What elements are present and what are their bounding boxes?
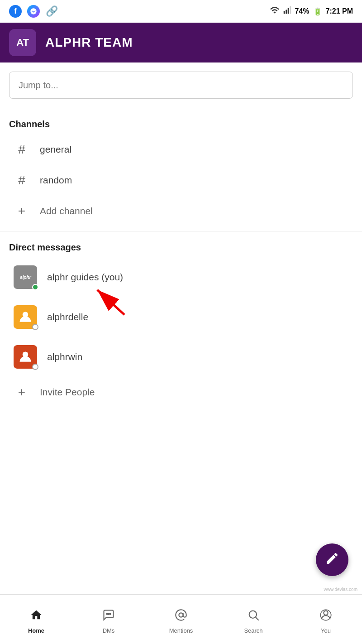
nav-home[interactable]: Home <box>0 605 72 634</box>
dm-name-alphr: alphr guides (you) <box>47 272 123 283</box>
battery-percentage: 74% <box>295 7 310 15</box>
battery-icon: 🔋 <box>313 7 322 16</box>
hash-icon-random: # <box>14 173 30 187</box>
svg-point-8 <box>106 613 107 614</box>
compose-icon <box>325 551 339 569</box>
svg-point-12 <box>249 610 257 618</box>
svg-rect-0 <box>283 11 285 14</box>
plus-icon-channel: + <box>14 204 30 218</box>
team-name: ALPHR TEAM <box>45 35 133 50</box>
nav-search[interactable]: Search <box>217 605 290 634</box>
header: AT ALPHR TEAM <box>0 23 362 62</box>
dm-avatar-alphrwin <box>14 345 37 369</box>
dm-alphrwin[interactable]: alphrwin <box>9 337 353 377</box>
channel-general[interactable]: # general <box>9 134 353 165</box>
dms-icon <box>102 609 115 625</box>
nav-mentions[interactable]: Mentions <box>145 605 217 634</box>
wifi-icon <box>270 6 280 16</box>
jump-to-input[interactable] <box>9 72 353 99</box>
svg-line-13 <box>256 617 258 620</box>
offline-status-dot-alphrwin <box>32 364 38 370</box>
nav-dms[interactable]: DMs <box>72 605 145 634</box>
dm-name-alphrwin: alphrwin <box>47 351 82 362</box>
nav-you-label: You <box>321 627 331 634</box>
nav-home-label: Home <box>28 627 44 634</box>
dm-avatar-alphr: alphr <box>14 265 37 289</box>
mentions-icon <box>175 609 187 625</box>
watermark: www.devias.com <box>324 587 357 592</box>
invite-people-item[interactable]: + Invite People <box>9 377 353 408</box>
you-icon <box>319 609 332 625</box>
link-icon: 🔗 <box>45 5 58 18</box>
dm-alphrdelle[interactable]: alphrdelle <box>9 297 353 337</box>
add-channel-item[interactable]: + Add channel <box>9 196 353 226</box>
svg-rect-2 <box>287 8 289 14</box>
svg-point-9 <box>108 613 109 614</box>
nav-you[interactable]: You <box>290 605 362 634</box>
svg-rect-1 <box>286 10 287 14</box>
nav-dms-label: DMs <box>103 627 115 634</box>
invite-people-label: Invite People <box>40 387 95 398</box>
nav-mentions-label: Mentions <box>169 627 193 634</box>
offline-status-dot-alphrdelle <box>32 324 38 330</box>
compose-fab[interactable] <box>316 543 348 576</box>
dm-name-alphrdelle: alphrdelle <box>47 312 88 322</box>
status-right-icons: 74% 🔋 7:21 PM <box>270 6 353 16</box>
messenger-icon <box>27 5 40 18</box>
svg-rect-3 <box>290 6 291 14</box>
bottom-nav: Home DMs Mentions <box>0 594 362 644</box>
status-bar: f 🔗 74% 🔋 7:21 PM <box>0 0 362 23</box>
online-status-dot <box>32 284 38 290</box>
nav-search-label: Search <box>244 627 262 634</box>
channel-random[interactable]: # random <box>9 165 353 196</box>
dm-alphr-guides[interactable]: alphr alphr guides (you) <box>9 257 353 297</box>
channel-general-label: general <box>40 144 71 155</box>
dm-avatar-alphrdelle <box>14 305 37 329</box>
signal-icon <box>283 6 291 16</box>
jump-search-section <box>0 62 362 108</box>
channel-random-label: random <box>40 175 72 186</box>
search-icon <box>247 609 260 625</box>
svg-point-10 <box>110 613 110 614</box>
dm-section: Direct messages alphr alphr guides (you)… <box>0 231 362 412</box>
channels-title: Channels <box>9 119 353 130</box>
hash-icon-general: # <box>14 142 30 157</box>
svg-point-14 <box>324 610 328 615</box>
channels-section: Channels # general # random + Add channe… <box>0 108 362 231</box>
svg-point-11 <box>179 613 183 617</box>
facebook-icon: f <box>9 5 22 18</box>
add-channel-label: Add channel <box>40 206 93 216</box>
home-icon <box>30 609 43 625</box>
team-avatar: AT <box>9 29 36 56</box>
time: 7:21 PM <box>326 7 353 15</box>
plus-icon-invite: + <box>14 385 30 399</box>
status-left-icons: f 🔗 <box>9 5 58 18</box>
dm-title: Direct messages <box>9 242 353 253</box>
